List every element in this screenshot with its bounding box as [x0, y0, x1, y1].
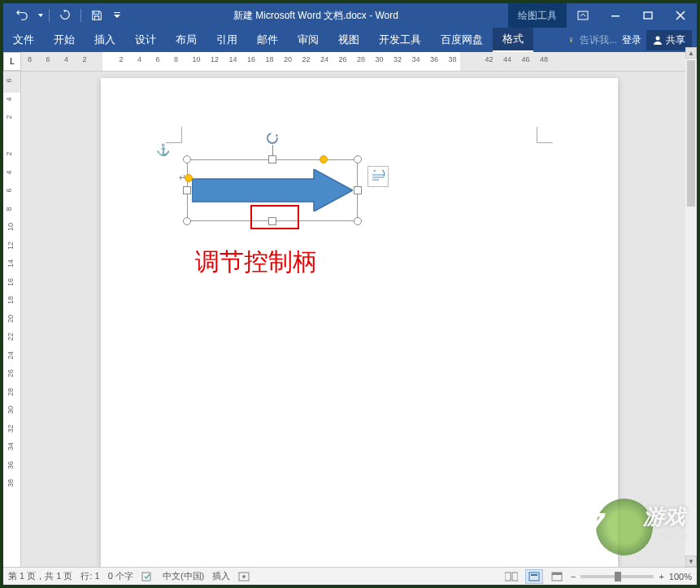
- status-insert-mode[interactable]: 插入: [212, 570, 230, 582]
- svg-rect-14: [552, 573, 562, 575]
- anchor-icon: ⚓: [156, 143, 170, 156]
- document-page[interactable]: ⚓ ↵: [101, 78, 618, 567]
- titlebar: 新建 Microsoft Word 文档.docx - Word 绘图工具: [3, 3, 697, 28]
- spellcheck-icon[interactable]: [141, 572, 154, 581]
- scroll-area[interactable]: ⚓ ↵: [21, 72, 697, 567]
- tab-references[interactable]: 引用: [207, 28, 247, 52]
- status-page[interactable]: 第 1 页，共 1 页: [8, 570, 72, 582]
- macro-record-icon[interactable]: [238, 572, 250, 581]
- tab-insert[interactable]: 插入: [85, 28, 125, 52]
- qat-customize[interactable]: [111, 6, 124, 25]
- zoom-slider[interactable]: [580, 575, 654, 578]
- zoom-out-button[interactable]: −: [571, 572, 576, 581]
- save-button[interactable]: [85, 6, 109, 25]
- vertical-ruler[interactable]: 6422468101214161820222426283032343638: [3, 72, 21, 567]
- svg-rect-2: [611, 15, 620, 17]
- svg-rect-9: [505, 573, 511, 581]
- svg-rect-3: [644, 12, 652, 19]
- horizontal-ruler[interactable]: 8642246810121416182022242628303234363842…: [21, 52, 697, 71]
- qat-separator: [80, 9, 81, 22]
- status-language[interactable]: 中文(中国): [163, 570, 204, 582]
- tab-selector[interactable]: L: [3, 52, 21, 71]
- share-label: 共享: [666, 33, 685, 47]
- document-area: 6422468101214161820222426283032343638 ⚓ …: [3, 72, 697, 567]
- svg-rect-1: [578, 11, 588, 20]
- tab-design[interactable]: 设计: [125, 28, 166, 52]
- maximize-button[interactable]: [632, 3, 664, 28]
- status-line[interactable]: 行: 1: [80, 570, 99, 582]
- quick-access-toolbar: [3, 6, 124, 25]
- status-word-count[interactable]: 0 个字: [108, 570, 133, 582]
- annotation-label: 调节控制柄: [195, 246, 317, 279]
- tab-view[interactable]: 视图: [328, 28, 369, 52]
- scroll-down-button[interactable]: ▼: [685, 555, 697, 567]
- rotate-handle[interactable]: [266, 132, 279, 145]
- redo-button[interactable]: [53, 6, 77, 25]
- window-controls: [567, 3, 697, 28]
- minimize-button[interactable]: [599, 3, 632, 28]
- tab-home[interactable]: 开始: [44, 28, 85, 52]
- rotate-connector: [272, 145, 273, 156]
- view-read-mode[interactable]: [502, 569, 520, 584]
- svg-rect-0: [114, 12, 120, 13]
- resize-handle-se[interactable]: [354, 217, 362, 225]
- tab-baidu[interactable]: 百度网盘: [431, 28, 493, 52]
- svg-rect-6: [142, 573, 150, 581]
- person-icon: [653, 35, 663, 45]
- layout-options-button[interactable]: [367, 166, 389, 187]
- zoom-level[interactable]: 100%: [669, 572, 692, 581]
- vertical-scrollbar[interactable]: ▲ ▼: [685, 47, 697, 567]
- tab-review[interactable]: 审阅: [288, 28, 328, 52]
- qat-separator: [49, 9, 50, 22]
- scroll-up-button[interactable]: ▲: [685, 47, 697, 59]
- resize-handle-ne[interactable]: [354, 155, 362, 163]
- svg-rect-11: [529, 573, 539, 581]
- margin-corner-tr: [537, 127, 553, 143]
- svg-rect-12: [531, 574, 537, 576]
- svg-point-8: [242, 575, 246, 578]
- contextual-tab-label: 绘图工具: [508, 3, 567, 28]
- adjust-handle-2[interactable]: [320, 155, 328, 163]
- lightbulb-icon: ♀: [567, 34, 575, 46]
- annotation-highlight-box: [250, 205, 299, 229]
- zoom-in-button[interactable]: +: [659, 572, 663, 581]
- svg-rect-10: [512, 573, 518, 581]
- resize-handle-e[interactable]: [354, 186, 362, 194]
- close-button[interactable]: [664, 3, 697, 28]
- tab-developer[interactable]: 开发工具: [369, 28, 431, 52]
- tab-mail[interactable]: 邮件: [247, 28, 288, 52]
- undo-dropdown[interactable]: [36, 6, 46, 25]
- view-web-layout[interactable]: [548, 569, 566, 584]
- window-title: 新建 Microsoft Word 文档.docx - Word: [124, 9, 508, 23]
- tell-me-input[interactable]: 告诉我...: [580, 33, 617, 47]
- ribbon-tabs: 文件 开始 插入 设计 布局 引用 邮件 审阅 视图 开发工具 百度网盘 格式 …: [3, 28, 697, 52]
- scrollbar-thumb[interactable]: [687, 60, 695, 207]
- resize-handle-n[interactable]: [268, 155, 276, 163]
- tab-file[interactable]: 文件: [3, 28, 44, 52]
- resize-handle-nw[interactable]: [183, 155, 191, 163]
- tab-layout[interactable]: 布局: [166, 28, 207, 52]
- login-link[interactable]: 登录: [622, 33, 641, 47]
- tab-format[interactable]: 格式: [493, 28, 533, 52]
- zoom-slider-thumb[interactable]: [615, 572, 621, 581]
- undo-button[interactable]: [10, 6, 34, 25]
- resize-handle-w[interactable]: [183, 186, 191, 194]
- app-window: 新建 Microsoft Word 文档.docx - Word 绘图工具 文件…: [3, 3, 697, 585]
- ruler-row: L 86422468101214161820222426283032343638…: [3, 52, 697, 72]
- resize-handle-sw[interactable]: [183, 217, 191, 225]
- statusbar: 第 1 页，共 1 页 行: 1 0 个字 中文(中国) 插入 − +: [3, 567, 697, 585]
- ribbon-options-button[interactable]: [567, 3, 599, 28]
- svg-point-4: [656, 37, 660, 41]
- margin-corner-tl: [166, 127, 182, 143]
- view-print-layout[interactable]: [525, 569, 543, 584]
- adjust-handle-1[interactable]: [185, 174, 193, 182]
